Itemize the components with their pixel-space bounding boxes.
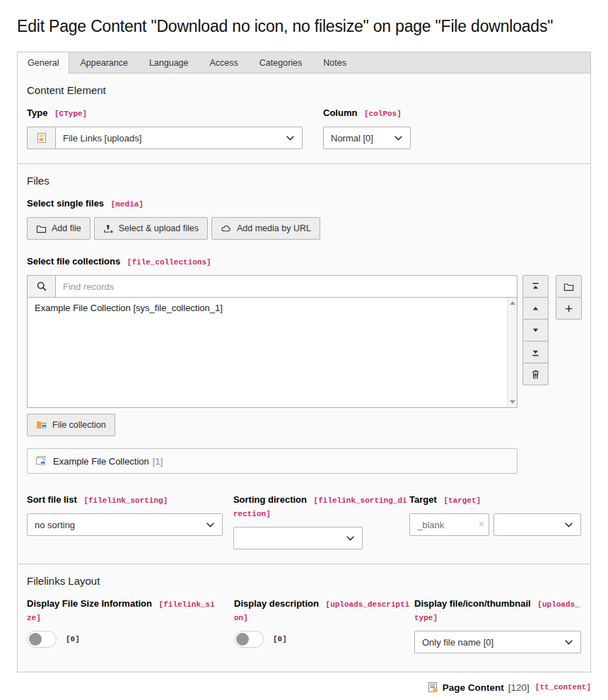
plus-icon: + [565,302,573,315]
field-filelink-sorting: Sort file list [filelink_sorting] no sor… [27,494,223,549]
tab-label: Appearance [80,58,127,68]
add-media-by-url-button[interactable]: Add media by URL [211,217,320,240]
colpos-select[interactable]: Normal [0] [323,127,411,149]
field-collections-label: Select file collections [file_collection… [27,255,581,269]
tab-appearance[interactable]: Appearance [69,52,138,73]
tab-access[interactable]: Access [199,52,249,73]
field-uploads-description: Display description [uploads_description… [234,597,411,653]
file-collections-listbox[interactable]: Example File Collection [sys_file_collec… [27,297,518,408]
field-code: [media] [111,200,144,209]
folder-icon [36,223,47,234]
record-count: [1] [153,456,163,467]
sorting-direction-select[interactable] [233,527,363,549]
move-down-button[interactable] [522,319,549,342]
tab-notes[interactable]: Notes [312,52,357,73]
record-table-code: [tt_content] [535,683,591,692]
section-filelinks-layout: Filelinks Layout Display File Size Infor… [18,564,590,672]
collection-stack-icon [35,455,46,467]
field-code: [filelink_sorting] [83,496,168,505]
record-title: Example File Collection [53,456,149,467]
page-title: Edit Page Content "Download no icon, no … [17,17,591,36]
field-label: Display description [234,598,319,609]
cloud-icon [221,223,232,234]
tab-general[interactable]: General [17,52,69,74]
ctype-icon-box [27,127,55,149]
browse-records-button[interactable] [556,275,582,298]
uploads-type-select[interactable]: Only file name [0] [414,631,581,653]
select-value: Normal [0] [331,133,373,144]
description-toggle[interactable] [234,631,264,648]
toggle-value: [0] [273,635,287,643]
listbox-scrollbar[interactable] [507,298,517,407]
move-to-bottom-button[interactable] [522,341,549,363]
field-label: Sorting direction [233,494,307,505]
file-collection-icon [36,419,47,431]
tab-content-panel: Content Element Type [CType] [17,74,591,672]
upload-icon [103,223,114,234]
select-upload-files-button[interactable]: Select & upload files [94,217,208,240]
record-type-label: Page Content [443,682,504,693]
field-target: Target [target] × [409,494,581,549]
field-label: Column [323,107,357,118]
field-label: Type [27,107,47,118]
field-uploads-type: Display file/icon/thumbnail [uploads_typ… [414,597,581,653]
remove-selected-button[interactable] [522,363,549,385]
record-search-group [27,275,518,298]
tab-label: General [28,58,59,68]
tab-language[interactable]: Language [139,52,199,73]
target-input[interactable] [409,513,489,536]
tab-label: Notes [323,58,346,68]
select-value: Only file name [0] [422,637,493,648]
file-collection-button[interactable]: File collection [27,414,115,436]
field-label: Target [409,494,437,505]
section-content-element: Content Element Type [CType] [18,74,590,163]
move-up-button[interactable] [522,297,549,320]
button-label: Select & upload files [119,223,199,233]
trash-icon [530,369,541,380]
clear-icon[interactable]: × [479,518,484,530]
scroll-up-icon[interactable] [510,301,515,305]
chevron-down-icon [564,522,573,528]
filelink-sorting-select[interactable]: no sorting [27,513,223,536]
chevron-down-icon [286,135,295,141]
tab-label: Language [149,58,189,68]
add-record-button[interactable]: + [556,297,582,320]
find-records-input[interactable] [55,275,518,298]
section-files: Files Select single files [media] Add fi… [18,163,590,564]
tab-categories[interactable]: Categories [249,52,312,73]
add-file-button[interactable]: Add file [27,217,90,240]
chevron-down-icon [346,535,355,542]
ctype-select[interactable]: File Links [uploads] [55,127,303,149]
button-label: Add media by URL [237,223,311,233]
section-heading: Filelinks Layout [27,575,581,587]
toggle-value: [0] [66,635,80,643]
section-heading: Files [27,175,581,187]
search-icon-box[interactable] [27,275,55,298]
record-info-footer: Page Content [120] [tt_content] [17,682,591,693]
edit-record-page: Edit Page Content "Download no icon, no … [0,17,608,693]
field-colpos: Column [colPos] Normal [0] [323,107,429,149]
section-heading: Content Element [27,84,581,96]
button-label: File collection [52,420,106,430]
field-code: [file_collections] [127,258,211,267]
list-move-buttons [522,275,549,385]
selected-collection-record[interactable]: Example File Collection [1] [27,448,518,474]
scroll-down-icon[interactable] [510,400,515,404]
move-to-top-button[interactable] [522,275,549,298]
triangle-down-icon [531,326,540,335]
list-browse-buttons: + [556,275,582,385]
filesize-toggle[interactable] [27,631,57,648]
field-label: Select file collections [27,256,120,267]
page-content-record-icon [427,682,438,693]
field-filelink-size: Display File Size Information [filelink_… [27,597,218,653]
field-label: Select single files [27,198,104,209]
chevron-down-icon [394,135,403,141]
target-select[interactable] [493,513,581,536]
field-sorting-direction: Sorting direction [filelink_sorting_dire… [233,494,409,549]
list-item[interactable]: Example File Collection [sys_file_collec… [28,298,517,318]
tab-label: Categories [259,58,302,68]
search-icon [36,281,47,292]
field-code: [target] [443,496,481,505]
field-ctype: Type [CType] File Links [uploads] [27,107,303,149]
select-value: File Links [uploads] [63,133,141,144]
